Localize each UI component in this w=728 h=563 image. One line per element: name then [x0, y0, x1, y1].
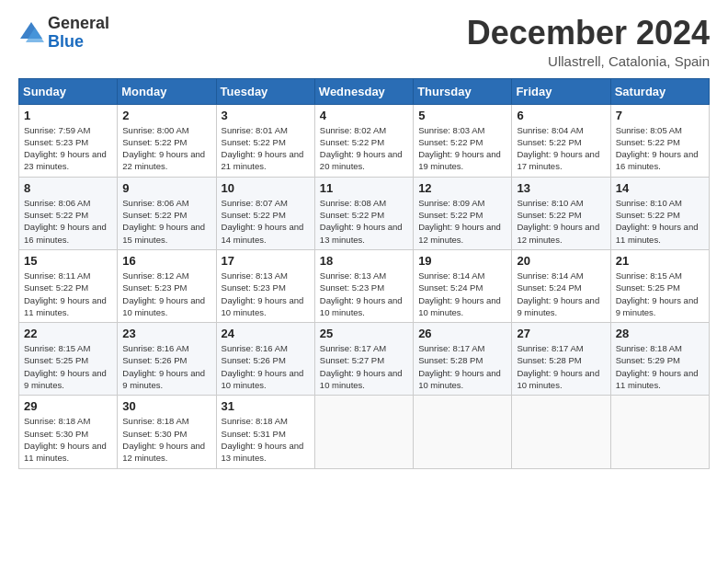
- day-number: 6: [517, 109, 605, 122]
- day-number: 24: [222, 327, 310, 340]
- calendar-cell: 11 Sunrise: 8:08 AMSunset: 5:22 PMDaylig…: [314, 177, 413, 249]
- calendar-table: Sunday Monday Tuesday Wednesday Thursday…: [18, 78, 710, 469]
- cell-info: Sunrise: 8:17 AMSunset: 5:28 PMDaylight:…: [517, 343, 599, 390]
- calendar-cell: 22 Sunrise: 8:15 AMSunset: 5:25 PMDaylig…: [19, 323, 118, 396]
- calendar-cell: 20 Sunrise: 8:14 AMSunset: 5:24 PMDaylig…: [512, 249, 610, 322]
- day-number: 2: [122, 109, 210, 122]
- day-number: 9: [122, 181, 210, 195]
- calendar-cell: [414, 396, 512, 468]
- calendar-cell: 16 Sunrise: 8:12 AMSunset: 5:23 PMDaylig…: [118, 249, 216, 322]
- week-row-2: 8 Sunrise: 8:06 AMSunset: 5:22 PMDayligh…: [19, 177, 710, 249]
- calendar-cell: 9 Sunrise: 8:06 AMSunset: 5:22 PMDayligh…: [118, 177, 216, 249]
- cell-info: Sunrise: 8:18 AMSunset: 5:30 PMDaylight:…: [24, 416, 107, 463]
- calendar-cell: 24 Sunrise: 8:16 AMSunset: 5:26 PMDaylig…: [216, 323, 314, 396]
- day-number: 23: [122, 327, 210, 340]
- calendar-cell: 29 Sunrise: 8:18 AMSunset: 5:30 PMDaylig…: [19, 396, 118, 468]
- logo-general-text: General: [48, 15, 109, 33]
- cell-info: Sunrise: 8:17 AMSunset: 5:28 PMDaylight:…: [418, 343, 501, 390]
- calendar-cell: 10 Sunrise: 8:07 AMSunset: 5:22 PMDaylig…: [216, 177, 314, 249]
- calendar-cell: 23 Sunrise: 8:16 AMSunset: 5:26 PMDaylig…: [118, 323, 216, 396]
- day-number: 18: [320, 254, 408, 268]
- cell-info: Sunrise: 8:14 AMSunset: 5:24 PMDaylight:…: [418, 270, 501, 317]
- cell-info: Sunrise: 8:05 AMSunset: 5:22 PMDaylight:…: [616, 125, 699, 172]
- day-number: 30: [122, 399, 210, 413]
- week-row-1: 1 Sunrise: 7:59 AMSunset: 5:23 PMDayligh…: [19, 104, 710, 177]
- calendar-cell: 8 Sunrise: 8:06 AMSunset: 5:22 PMDayligh…: [19, 177, 118, 249]
- day-number: 4: [320, 109, 408, 122]
- calendar-cell: 15 Sunrise: 8:11 AMSunset: 5:22 PMDaylig…: [19, 249, 118, 322]
- calendar-cell: 12 Sunrise: 8:09 AMSunset: 5:22 PMDaylig…: [414, 177, 512, 249]
- logo-blue-text: Blue: [48, 33, 109, 52]
- calendar-cell: 31 Sunrise: 8:18 AMSunset: 5:31 PMDaylig…: [216, 396, 314, 468]
- col-tuesday: Tuesday: [216, 78, 314, 104]
- cell-info: Sunrise: 7:59 AMSunset: 5:23 PMDaylight:…: [24, 125, 107, 172]
- calendar-cell: [512, 396, 610, 468]
- calendar-cell: 4 Sunrise: 8:02 AMSunset: 5:22 PMDayligh…: [314, 104, 413, 177]
- cell-info: Sunrise: 8:17 AMSunset: 5:27 PMDaylight:…: [320, 343, 403, 390]
- cell-info: Sunrise: 8:16 AMSunset: 5:26 PMDaylight:…: [122, 343, 205, 390]
- calendar-cell: 7 Sunrise: 8:05 AMSunset: 5:22 PMDayligh…: [610, 104, 709, 177]
- title-block: December 2024 Ullastrell, Catalonia, Spa…: [467, 15, 710, 69]
- week-row-3: 15 Sunrise: 8:11 AMSunset: 5:22 PMDaylig…: [19, 249, 710, 322]
- cell-info: Sunrise: 8:15 AMSunset: 5:25 PMDaylight:…: [24, 343, 107, 390]
- cell-info: Sunrise: 8:10 AMSunset: 5:22 PMDaylight:…: [517, 198, 599, 245]
- cell-info: Sunrise: 8:18 AMSunset: 5:29 PMDaylight:…: [616, 343, 699, 390]
- calendar-cell: 21 Sunrise: 8:15 AMSunset: 5:25 PMDaylig…: [610, 249, 709, 322]
- calendar-cell: [610, 396, 709, 468]
- cell-info: Sunrise: 8:06 AMSunset: 5:22 PMDaylight:…: [24, 198, 107, 245]
- col-saturday: Saturday: [610, 78, 709, 104]
- cell-info: Sunrise: 8:18 AMSunset: 5:31 PMDaylight:…: [222, 416, 304, 463]
- cell-info: Sunrise: 8:03 AMSunset: 5:22 PMDaylight:…: [418, 125, 501, 172]
- cell-info: Sunrise: 8:04 AMSunset: 5:22 PMDaylight:…: [517, 125, 599, 172]
- day-number: 1: [24, 109, 112, 122]
- calendar-cell: 30 Sunrise: 8:18 AMSunset: 5:30 PMDaylig…: [118, 396, 216, 468]
- cell-info: Sunrise: 8:15 AMSunset: 5:25 PMDaylight:…: [616, 270, 699, 317]
- calendar-cell: 25 Sunrise: 8:17 AMSunset: 5:27 PMDaylig…: [314, 323, 413, 396]
- week-row-5: 29 Sunrise: 8:18 AMSunset: 5:30 PMDaylig…: [19, 396, 710, 468]
- day-number: 11: [320, 181, 408, 195]
- logo-text: General Blue: [48, 15, 109, 52]
- day-number: 28: [616, 327, 704, 340]
- col-sunday: Sunday: [19, 78, 118, 104]
- calendar-cell: 5 Sunrise: 8:03 AMSunset: 5:22 PMDayligh…: [414, 104, 512, 177]
- day-number: 3: [222, 109, 310, 122]
- day-number: 16: [122, 254, 210, 268]
- day-number: 26: [418, 327, 506, 340]
- day-number: 12: [418, 181, 506, 195]
- day-number: 10: [222, 181, 310, 195]
- calendar-cell: 17 Sunrise: 8:13 AMSunset: 5:23 PMDaylig…: [216, 249, 314, 322]
- cell-info: Sunrise: 8:16 AMSunset: 5:26 PMDaylight:…: [222, 343, 304, 390]
- col-friday: Friday: [512, 78, 610, 104]
- day-number: 14: [616, 181, 704, 195]
- calendar-cell: 28 Sunrise: 8:18 AMSunset: 5:29 PMDaylig…: [610, 323, 709, 396]
- day-number: 5: [418, 109, 506, 122]
- cell-info: Sunrise: 8:09 AMSunset: 5:22 PMDaylight:…: [418, 198, 501, 245]
- logo: General Blue: [18, 15, 109, 52]
- day-number: 31: [222, 399, 310, 413]
- cell-info: Sunrise: 8:14 AMSunset: 5:24 PMDaylight:…: [517, 270, 599, 317]
- day-number: 7: [616, 109, 704, 122]
- calendar-cell: 6 Sunrise: 8:04 AMSunset: 5:22 PMDayligh…: [512, 104, 610, 177]
- col-thursday: Thursday: [414, 78, 512, 104]
- cell-info: Sunrise: 8:00 AMSunset: 5:22 PMDaylight:…: [122, 125, 205, 172]
- cell-info: Sunrise: 8:13 AMSunset: 5:23 PMDaylight:…: [222, 270, 304, 317]
- cell-info: Sunrise: 8:08 AMSunset: 5:22 PMDaylight:…: [320, 198, 403, 245]
- day-number: 19: [418, 254, 506, 268]
- cell-info: Sunrise: 8:18 AMSunset: 5:30 PMDaylight:…: [122, 416, 205, 463]
- day-number: 21: [616, 254, 704, 268]
- calendar-cell: 14 Sunrise: 8:10 AMSunset: 5:22 PMDaylig…: [610, 177, 709, 249]
- day-number: 17: [222, 254, 310, 268]
- calendar-cell: 27 Sunrise: 8:17 AMSunset: 5:28 PMDaylig…: [512, 323, 610, 396]
- logo-icon: [18, 20, 44, 46]
- calendar-cell: 2 Sunrise: 8:00 AMSunset: 5:22 PMDayligh…: [118, 104, 216, 177]
- calendar-cell: 26 Sunrise: 8:17 AMSunset: 5:28 PMDaylig…: [414, 323, 512, 396]
- col-wednesday: Wednesday: [314, 78, 413, 104]
- calendar-cell: 13 Sunrise: 8:10 AMSunset: 5:22 PMDaylig…: [512, 177, 610, 249]
- cell-info: Sunrise: 8:10 AMSunset: 5:22 PMDaylight:…: [616, 198, 699, 245]
- cell-info: Sunrise: 8:07 AMSunset: 5:22 PMDaylight:…: [222, 198, 304, 245]
- calendar-header-row: Sunday Monday Tuesday Wednesday Thursday…: [19, 78, 710, 104]
- page: General Blue December 2024 Ullastrell, C…: [0, 0, 728, 563]
- day-number: 20: [517, 254, 605, 268]
- location-subtitle: Ullastrell, Catalonia, Spain: [467, 53, 710, 69]
- day-number: 29: [24, 399, 112, 413]
